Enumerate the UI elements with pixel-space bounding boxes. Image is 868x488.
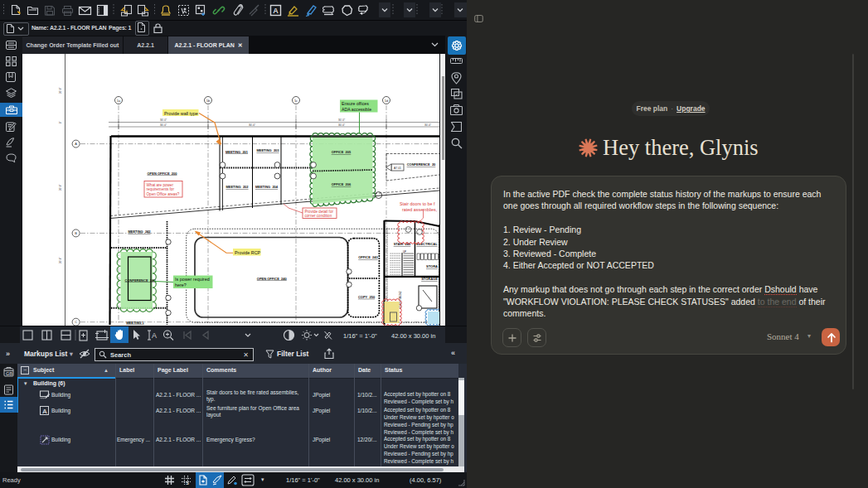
- svg-text:STORA: STORA: [426, 264, 438, 268]
- svg-text:A: A: [42, 408, 47, 415]
- svg-text:30'-0": 30'-0": [338, 118, 345, 122]
- svg-text:COPY 250: COPY 250: [358, 295, 376, 299]
- svg-text:8': 8': [59, 121, 62, 123]
- svg-text:Provide detail for: Provide detail for: [305, 210, 334, 214]
- svg-text:30'-0": 30'-0": [160, 118, 167, 122]
- svg-text:MEETING 203: MEETING 203: [256, 148, 279, 152]
- svg-text:CONFERENCE 20: CONFERENCE 20: [407, 162, 436, 167]
- svg-text:OFFICE 206: OFFICE 206: [332, 182, 352, 186]
- svg-text:MEETING 204: MEETING 204: [255, 185, 279, 189]
- svg-text:CONFERENCE 240: CONFERENCE 240: [125, 278, 157, 283]
- svg-text:Is power required: Is power required: [175, 277, 210, 282]
- svg-text:ADA accessible: ADA accessible: [342, 107, 371, 112]
- svg-text:here?: here?: [175, 283, 187, 287]
- svg-text:30'-0": 30'-0": [59, 87, 62, 94]
- svg-text:Provide wall type: Provide wall type: [164, 111, 198, 116]
- svg-text:A: A: [75, 142, 77, 146]
- svg-text:30'-0": 30'-0": [160, 123, 167, 127]
- svg-text:What are power: What are power: [147, 183, 174, 187]
- svg-text:OFFICE 205: OFFICE 205: [332, 150, 352, 154]
- svg-text:OPEN OFFICE 200: OPEN OFFICE 200: [147, 172, 177, 176]
- svg-text:S: S: [186, 481, 189, 486]
- svg-text:MEETING 242: MEETING 242: [128, 230, 151, 234]
- svg-text:30'-0": 30'-0": [424, 123, 431, 127]
- svg-text:30'-0": 30'-0": [59, 257, 62, 263]
- svg-text:42.00 x 30.00 in: 42.00 x 30.00 in: [391, 332, 435, 340]
- svg-text:STORAGE: STORAGE: [421, 277, 438, 281]
- svg-text:GB: GB: [6, 371, 12, 376]
- svg-text:A: A: [273, 7, 279, 15]
- svg-text:B: B: [75, 231, 77, 235]
- svg-text:Open Office areas?: Open Office areas?: [147, 192, 180, 196]
- svg-text:1/16" = 1'-0": 1/16" = 1'-0": [343, 332, 377, 340]
- svg-text:Stair doors to be f: Stair doors to be f: [400, 201, 435, 206]
- svg-text:MEETING 1: MEETING 1: [126, 321, 144, 325]
- svg-text:OPEN OFFICE 240: OPEN OFFICE 240: [257, 277, 288, 281]
- svg-text:30'-0": 30'-0": [338, 123, 345, 127]
- svg-text:30'-0": 30'-0": [249, 123, 255, 127]
- svg-text:UP: UP: [403, 250, 406, 254]
- svg-text:MEETING 201: MEETING 201: [225, 150, 249, 154]
- svg-text:MEETING 202: MEETING 202: [225, 185, 249, 189]
- svg-text:1d: 1d: [385, 99, 388, 103]
- svg-text:A: A: [152, 331, 157, 340]
- svg-text:1b: 1b: [206, 99, 211, 103]
- svg-text:Provide RCP: Provide RCP: [235, 250, 261, 255]
- svg-text:Ensure offices: Ensure offices: [342, 101, 369, 106]
- svg-text:C: C: [75, 320, 77, 324]
- svg-text:1c: 1c: [294, 99, 298, 103]
- svg-text:30'-0": 30'-0": [59, 184, 62, 191]
- svg-text:A7.01: A7.01: [394, 167, 401, 170]
- svg-text:1a: 1a: [117, 99, 121, 103]
- svg-text:rated assemblies,: rated assemblies,: [402, 207, 438, 212]
- svg-text:requirements for: requirements for: [147, 187, 175, 191]
- svg-text:OFFICE 243: OFFICE 243: [358, 255, 378, 259]
- svg-text:corner condition: corner condition: [305, 214, 332, 218]
